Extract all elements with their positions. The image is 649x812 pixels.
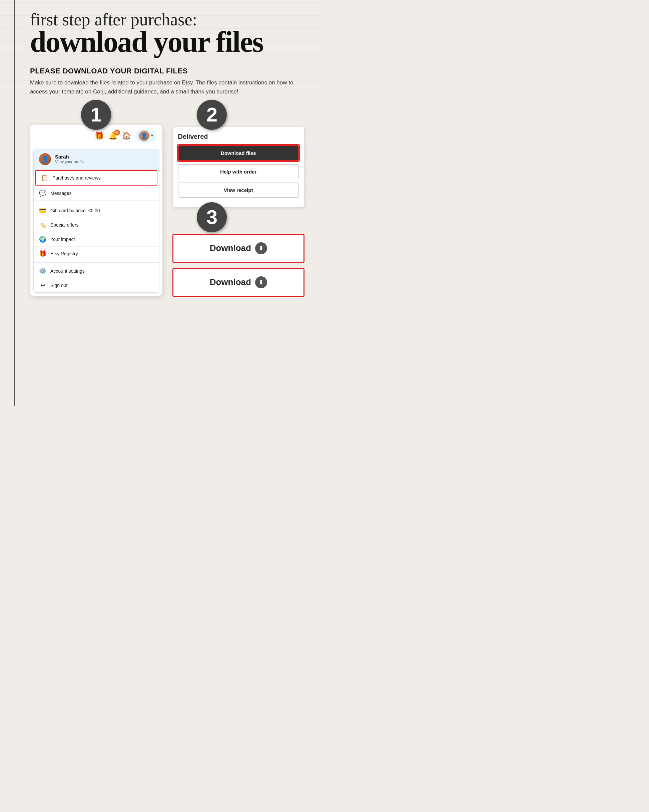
order-status: Delivered (178, 133, 299, 140)
download-files-button[interactable]: Download files (178, 145, 299, 161)
step1-container: 1 🎁 🔔 50 🏠 👤 ▾ (30, 107, 162, 296)
dropdown-profile-row[interactable]: 👤 Sarah View your profile (34, 149, 159, 169)
download-icon-1: ⬇ (255, 242, 267, 254)
giftcard-icon: 💳 (39, 207, 46, 214)
download-label-2: Download (210, 277, 251, 287)
impact-icon: 🌍 (39, 236, 46, 243)
page-wrapper: W W W . M A R R Y F U L . O R G first st… (0, 0, 324, 406)
dropdown-item-settings[interactable]: ⚙️ Account settings (34, 264, 159, 278)
step3-container: 3 Download ⬇ Download ⬇ (172, 217, 305, 302)
view-receipt-button[interactable]: View receipt (178, 183, 299, 198)
impact-label: Your impact (50, 237, 75, 242)
notification-icon[interactable]: 🔔 50 (108, 131, 117, 140)
dropdown-item-impact[interactable]: 🌍 Your impact (34, 232, 159, 247)
home-icon[interactable]: 🏠 (122, 131, 131, 140)
header-section: first step after purchase: download your… (30, 7, 305, 67)
messages-label: Messages (50, 191, 72, 196)
notification-badge: 50 (114, 130, 120, 136)
right-column: 2 Delivered Download files Help with ord… (172, 107, 305, 302)
dropdown-item-registry[interactable]: 🎁 Etsy Registry (34, 247, 159, 261)
purchases-label: Purchases and reviews (52, 175, 101, 180)
purchases-icon: 📋 (41, 174, 48, 182)
settings-label: Account settings (50, 268, 85, 274)
registry-icon: 🎁 (39, 250, 46, 257)
dropdown-item-signout[interactable]: ↩ Sign out (34, 278, 159, 292)
chevron-down-icon: ▾ (151, 133, 153, 138)
bold-title: download your files (30, 27, 305, 57)
signout-icon: ↩ (39, 282, 46, 289)
left-border-line (14, 0, 15, 406)
desc-body: Make sure to download the files related … (30, 78, 305, 96)
user-avatar: 👤 (139, 130, 150, 142)
messages-icon: 💬 (39, 189, 46, 197)
download-buttons-group: Download ⬇ Download ⬇ (172, 234, 305, 297)
dropdown-item-offers[interactable]: 🏷️ Special offers (34, 218, 159, 232)
step2-wrapper: 2 Delivered Download files Help with ord… (172, 107, 305, 207)
step1-circle: 1 (81, 100, 111, 130)
gift-icon[interactable]: 🎁 (95, 131, 104, 140)
dropdown-item-messages[interactable]: 💬 Messages (34, 186, 159, 201)
description-section: PLEASE DOWNLOAD YOUR DIGITAL FILES Make … (30, 67, 305, 96)
offers-label: Special offers (50, 222, 79, 227)
download-label-1: Download (210, 243, 251, 253)
download-icon-2: ⬇ (255, 276, 267, 288)
profile-info: Sarah View your profile (55, 154, 85, 164)
dropdown-item-giftcard[interactable]: 💳 Gift card balance: €0.00 (34, 204, 159, 218)
dropdown-item-purchases[interactable]: 📋 Purchases and reviews (35, 170, 157, 186)
profile-sub: View your profile (55, 160, 85, 164)
giftcard-label: Gift card balance: €0.00 (50, 208, 100, 213)
desc-heading: PLEASE DOWNLOAD YOUR DIGITAL FILES (30, 67, 305, 75)
help-with-order-button[interactable]: Help with order (178, 164, 299, 179)
dropdown-divider-1 (34, 202, 159, 202)
offers-icon: 🏷️ (39, 221, 46, 229)
profile-name: Sarah (55, 154, 85, 160)
etsy-mockup: 🎁 🔔 50 🏠 👤 ▾ 👤 (30, 125, 162, 296)
registry-label: Etsy Registry (50, 251, 78, 256)
download-button-2[interactable]: Download ⬇ (172, 268, 305, 297)
avatar-dropdown[interactable]: 👤 ▾ (136, 129, 156, 143)
step3-circle: 3 (197, 202, 227, 232)
order-panel: Delivered Download files Help with order… (172, 127, 305, 207)
download-button-1[interactable]: Download ⬇ (172, 234, 305, 263)
settings-icon: ⚙️ (39, 267, 46, 275)
step2-circle: 2 (197, 100, 227, 130)
signout-label: Sign out (50, 283, 67, 288)
dropdown-avatar: 👤 (39, 153, 51, 165)
steps-container: 1 🎁 🔔 50 🏠 👤 ▾ (30, 107, 305, 302)
user-dropdown-menu: 👤 Sarah View your profile 📋 Purchases an… (34, 149, 159, 293)
